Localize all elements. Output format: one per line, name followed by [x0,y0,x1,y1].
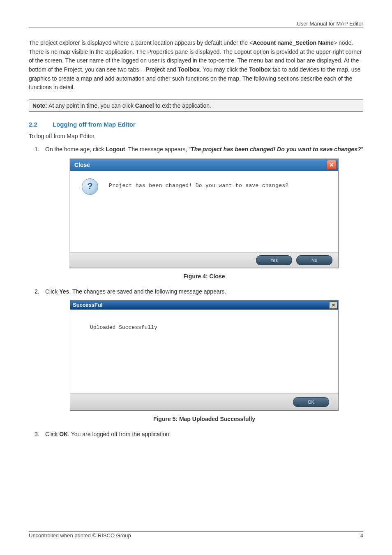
section-number: 2.2 [29,121,53,128]
successful-dialog-message: Uploaded Successfully [90,324,338,332]
figure4-caption: Figure 4: Close [45,272,363,281]
section-title: Logging off from Map Editor [53,121,136,128]
step-1: On the home age, click Logout. The messa… [35,145,363,281]
successful-dialog-footer: OK [70,393,338,410]
step1-logout: Logout [106,146,125,153]
ok-button[interactable]: OK [293,397,329,407]
para1-mid3: . You may click the [200,66,249,73]
step3-pre: Click [45,431,59,437]
para1-account-bold: Account name_Section Name [253,39,334,46]
header-title: User Manual for MAP Editor [297,21,363,27]
close-dialog: Close ✕ ? Project has been changed! Do y… [70,159,339,268]
step3-post: . You are logged off from the applicatio… [68,431,171,437]
step1-pre: On the home age, click [45,146,106,153]
step1-post: " [361,146,363,153]
close-dialog-title: Close [74,161,90,169]
question-icon: ? [82,178,98,195]
para1-pre: The project explorer is displayed where … [29,39,253,46]
close-icon[interactable]: ✕ [327,160,337,170]
yes-button[interactable]: Yes [256,255,292,265]
step1-mid: . The message appears, " [125,146,191,153]
step1-message: The project has been changed! Do you wan… [191,146,361,153]
page-header: User Manual for MAP Editor [29,21,363,28]
note-label: Note: [32,102,47,109]
note-box: Note: At any point in time, you can clic… [29,99,363,112]
section-intro: To log off from Map Editor, [29,133,363,139]
successful-dialog-titlebar: SuccessFul ✕ [70,301,338,310]
step3-ok: OK [59,431,68,437]
note-post: to exit the application. [154,102,211,109]
close-icon[interactable]: ✕ [329,301,337,309]
footer-pagenum: 4 [360,532,363,539]
step-3: Click OK. You are logged off from the ap… [35,430,363,439]
close-dialog-message: Project has been changed! Do you want to… [109,178,288,190]
note-cancel: Cancel [135,102,154,109]
para1-toolbox-bold2: Toolbox [249,66,271,73]
successful-dialog-title: SuccessFul [73,301,102,309]
intro-paragraph: The project explorer is displayed where … [29,39,363,92]
no-button[interactable]: No [296,255,332,265]
step2-pre: Click [45,288,59,295]
step2-yes: Yes [59,288,69,295]
figure5-caption: Figure 5: Map Uploaded Successfully [45,415,363,423]
close-dialog-footer: Yes No [70,252,338,268]
step-2: Click Yes. The changes are saved and the… [35,287,363,423]
para1-project-bold: Project [145,66,165,73]
para1-mid2: and [165,66,178,73]
successful-dialog: SuccessFul ✕ Uploaded Successfully OK [70,300,339,411]
page-footer: Uncontrolled when printed © RISCO Group … [29,531,363,539]
successful-dialog-body: Uploaded Successfully [70,310,338,393]
close-dialog-titlebar: Close ✕ [70,159,338,171]
section-heading: 2.2Logging off from Map Editor [29,121,363,128]
step2-post: . The changes are saved and the followin… [69,288,226,295]
note-mid: At any point in time, you can click [47,102,135,109]
footer-left: Uncontrolled when printed © RISCO Group [29,532,131,539]
para1-toolbox-bold1: Toolbox [178,66,200,73]
close-dialog-body: ? Project has been changed! Do you want … [70,171,338,252]
